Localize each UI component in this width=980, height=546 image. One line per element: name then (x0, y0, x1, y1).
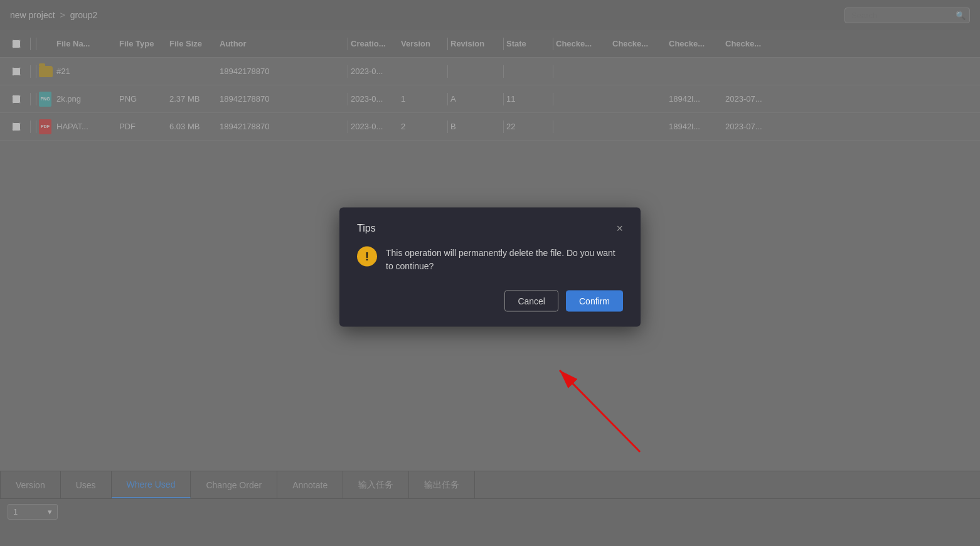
tips-dialog: Tips × ! This operation will permanently… (339, 208, 641, 327)
dialog-message: This operation will permanently delete t… (386, 247, 623, 273)
dialog-header: Tips × (357, 223, 623, 234)
confirm-button[interactable]: Confirm (566, 291, 623, 312)
cancel-button[interactable]: Cancel (504, 291, 558, 312)
dialog-title: Tips (357, 223, 376, 234)
dialog-close-button[interactable]: × (616, 223, 623, 234)
warning-icon: ! (357, 247, 377, 267)
dialog-buttons: Cancel Confirm (357, 291, 623, 312)
dialog-body: ! This operation will permanently delete… (357, 247, 623, 273)
